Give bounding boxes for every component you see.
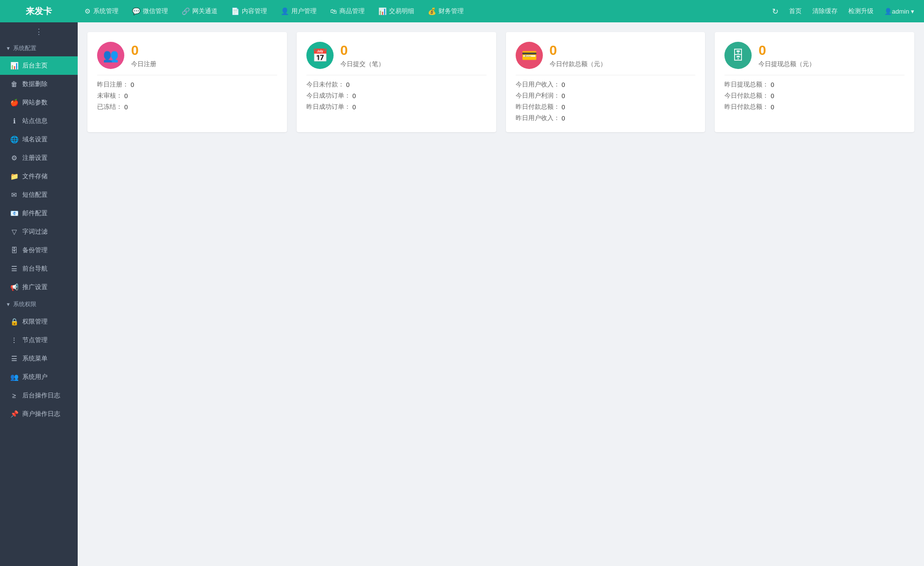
gear-icon: ⚙ <box>10 154 18 162</box>
transaction-icon: 📊 <box>378 7 386 15</box>
stat-card-right-payment: 0 今日付款总额（元） <box>550 42 606 69</box>
info-icon: ℹ <box>10 117 18 125</box>
sidebar-item-promotion[interactable]: 📢 推广设置 <box>0 278 78 296</box>
reg-icon-circle: 👥 <box>97 42 124 69</box>
lock-icon: 🔒 <box>10 318 18 326</box>
detail-row-order-0: 今日未付款： 0 <box>306 80 487 89</box>
filter-icon: ▽ <box>10 228 18 236</box>
sidebar-item-nodes[interactable]: ⋮ 节点管理 <box>0 331 78 349</box>
stat-value-payment: 0 <box>550 42 606 59</box>
admin-menu-button[interactable]: 👤 admin ▾ <box>879 0 919 22</box>
nav-item-finance[interactable]: 💰 财务管理 <box>421 0 470 22</box>
sidebar-item-site-info[interactable]: ℹ 站点信息 <box>0 112 78 130</box>
detail-row-payment-2: 昨日付款总额： 0 <box>516 103 696 111</box>
sidebar-item-data-delete[interactable]: 🗑 数据删除 <box>0 75 78 93</box>
sms-icon: ✉ <box>10 191 18 199</box>
users-icon: 👤 <box>281 7 289 15</box>
nav-item-gateway[interactable]: 🔗 网关通道 <box>175 0 224 22</box>
nav-item-transaction[interactable]: 📊 交易明细 <box>371 0 421 22</box>
top-nav: 来发卡 ⚙ 系统管理 💬 微信管理 🔗 网关通道 📄 内容管理 👤 用户管理 🛍… <box>0 0 924 22</box>
megaphone-icon: 📢 <box>10 283 18 291</box>
finance-icon: 💰 <box>428 7 436 15</box>
clear-cache-button[interactable]: 清除缓存 <box>807 0 842 22</box>
detail-row-withdraw-2: 昨日付款总额： 0 <box>724 103 905 111</box>
sidebar-item-word-filter[interactable]: ▽ 字词过滤 <box>0 223 78 241</box>
divider-withdraw <box>724 75 905 75</box>
withdraw-icon-circle: 🗄 <box>724 42 752 69</box>
sidebar-item-system-menu[interactable]: ☰ 系统菜单 <box>0 349 78 368</box>
detect-upgrade-button[interactable]: 检测升级 <box>843 0 878 22</box>
wechat-icon: 💬 <box>132 7 140 15</box>
file-icon: 📁 <box>10 172 18 180</box>
sidebar-item-merchant-log[interactable]: 📌 商户操作日志 <box>0 405 78 423</box>
sidebar-item-backend-log[interactable]: ≥ 后台操作日志 <box>0 386 78 405</box>
detail-row-payment-0: 今日用户收入： 0 <box>516 80 696 89</box>
order-icon-circle: 📅 <box>306 42 334 69</box>
card-icon: 💳 <box>521 48 537 63</box>
divider-order <box>306 75 487 75</box>
stat-label-payment: 今日付款总额（元） <box>550 60 606 69</box>
stat-label-reg: 今日注册 <box>131 60 156 69</box>
payment-icon-circle: 💳 <box>516 42 543 69</box>
sidebar-item-email[interactable]: 📧 邮件配置 <box>0 204 78 223</box>
detail-row-order-2: 昨日成功订单： 0 <box>306 103 487 111</box>
sidebar-item-sms[interactable]: ✉ 短信配置 <box>0 186 78 204</box>
nav-item-goods[interactable]: 🛍 商品管理 <box>323 0 371 22</box>
nav-item-users[interactable]: 👤 用户管理 <box>274 0 323 22</box>
detail-row-payment-1: 今日用户利润： 0 <box>516 91 696 100</box>
people-icon: 👥 <box>103 48 118 63</box>
chevron-down-icon: ▼ <box>6 46 11 51</box>
stat-label-order: 今日提交（笔） <box>340 60 385 69</box>
home-button[interactable]: 首页 <box>784 0 806 22</box>
chevron-down-icon-2: ▼ <box>6 302 11 307</box>
nav-right: ↻ 首页 清除缓存 检测升级 👤 admin ▾ <box>767 0 924 22</box>
stat-card-top-payment: 💳 0 今日付款总额（元） <box>516 42 696 69</box>
sidebar-item-system-users[interactable]: 👥 系统用户 <box>0 368 78 386</box>
gateway-icon: 🔗 <box>182 7 190 15</box>
content-icon: 📄 <box>231 7 239 15</box>
log-icon: ≥ <box>10 392 18 399</box>
stat-details-withdraw: 昨日提现总额： 0 今日付款总额： 0 昨日付款总额： 0 <box>724 80 905 111</box>
sidebar-item-register[interactable]: ⚙ 注册设置 <box>0 149 78 167</box>
sidebar-item-permissions[interactable]: 🔒 权限管理 <box>0 312 78 331</box>
nav-items: ⚙ 系统管理 💬 微信管理 🔗 网关通道 📄 内容管理 👤 用户管理 🛍 商品管… <box>78 0 767 22</box>
sidebar-group-auth: ▼ 系统权限 <box>0 296 78 312</box>
sidebar-item-domain[interactable]: 🌐 域名设置 <box>0 130 78 149</box>
stat-details-payment: 今日用户收入： 0 今日用户利润： 0 昨日付款总额： 0 昨日用户收入： 0 <box>516 80 696 122</box>
sidebar-item-backup[interactable]: 🗄 备份管理 <box>0 241 78 259</box>
sidebar-item-dashboard[interactable]: 📊 后台主页 <box>0 56 78 75</box>
sidebar-group-config: ▼ 系统配置 <box>0 40 78 56</box>
sidebar-item-file-storage[interactable]: 📁 文件存储 <box>0 167 78 186</box>
stat-card-right-order: 0 今日提交（笔） <box>340 42 385 69</box>
refresh-button[interactable]: ↻ <box>767 0 783 22</box>
nav-item-wechat[interactable]: 💬 微信管理 <box>125 0 175 22</box>
stats-cards-row: 👥 0 今日注册 昨日注册： 0 未审核： 0 <box>87 32 914 132</box>
stat-value-withdraw: 0 <box>758 42 815 59</box>
goods-icon: 🛍 <box>330 7 337 15</box>
system-icon: ⚙ <box>84 7 91 15</box>
stat-card-right-reg: 0 今日注册 <box>131 42 156 69</box>
email-icon: 📧 <box>10 209 18 217</box>
detail-row-withdraw-0: 昨日提现总额： 0 <box>724 80 905 89</box>
nav-item-content[interactable]: 📄 内容管理 <box>224 0 274 22</box>
sidebar-item-front-nav[interactable]: ☰ 前台导航 <box>0 259 78 278</box>
user-icon: 👤 <box>884 8 892 15</box>
sidebar-item-site-params[interactable]: 🍎 网站参数 <box>0 93 78 112</box>
chart-icon: 📊 <box>10 62 18 69</box>
stat-card-payment: 💳 0 今日付款总额（元） 今日用户收入： 0 今日用户利润： 0 <box>506 32 706 132</box>
apple-icon: 🍎 <box>10 99 18 106</box>
sidebar-dots-menu[interactable]: ⋮ <box>0 22 78 40</box>
nav-item-system[interactable]: ⚙ 系统管理 <box>78 0 125 22</box>
db-icon: 🗄 <box>10 246 18 254</box>
pin-icon: 📌 <box>10 410 18 418</box>
stat-label-withdraw: 今日提现总额（元） <box>758 60 815 69</box>
detail-row-order-1: 今日成功订单： 0 <box>306 91 487 100</box>
divider-reg <box>97 75 277 75</box>
node-icon: ⋮ <box>10 336 18 344</box>
sidebar: ⋮ ▼ 系统配置 📊 后台主页 🗑 数据删除 🍎 网站参数 ℹ 站点信息 🌐 域… <box>0 22 78 566</box>
stat-card-top-order: 📅 0 今日提交（笔） <box>306 42 487 69</box>
detail-row-payment-3: 昨日用户收入： 0 <box>516 114 696 122</box>
detail-row-withdraw-1: 今日付款总额： 0 <box>724 91 905 100</box>
detail-row-reg-0: 昨日注册： 0 <box>97 80 277 89</box>
stat-card-top-withdraw: 🗄 0 今日提现总额（元） <box>724 42 905 69</box>
